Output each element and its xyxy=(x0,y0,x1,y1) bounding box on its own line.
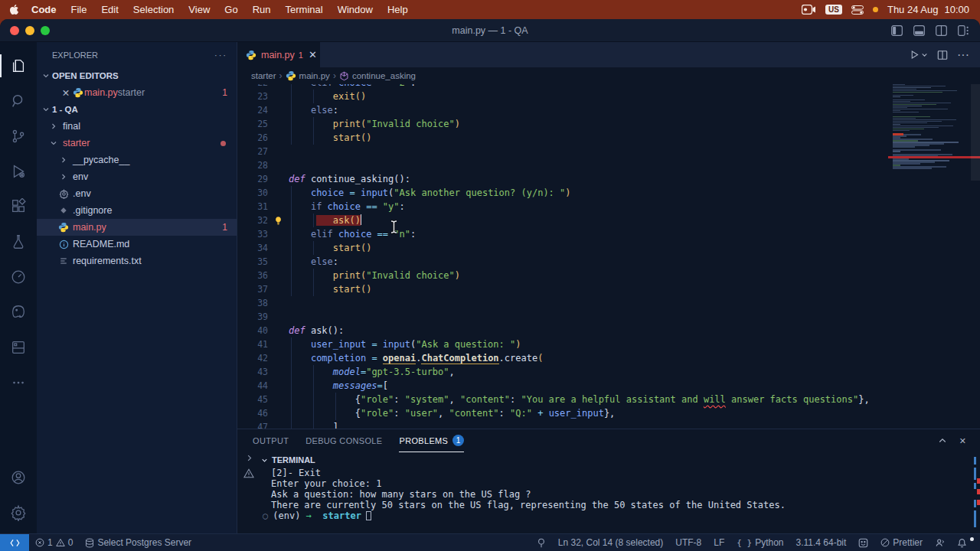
code-line-34[interactable]: 34 start() xyxy=(237,241,980,255)
quick-fix-lightbulb-icon[interactable] xyxy=(268,216,289,226)
tree-item--env[interactable]: .env xyxy=(37,185,237,202)
code-line-46[interactable]: 46 {"role": "user", "content": "Q:" + us… xyxy=(237,406,980,420)
menu-item-help[interactable]: Help xyxy=(387,4,408,15)
workspace-header[interactable]: 1 - QA xyxy=(37,101,237,118)
toggle-panel-icon[interactable] xyxy=(913,25,925,36)
window-title-bar[interactable]: main.py — 1 - QA xyxy=(0,19,980,42)
terminal-section-header[interactable]: TERMINAL xyxy=(260,452,980,468)
explorer-actions-icon[interactable]: ··· xyxy=(214,51,227,60)
panel-tab-output[interactable]: OUTPUT xyxy=(253,429,289,452)
breadcrumb-item-continue-asking[interactable]: continue_asking xyxy=(339,71,416,81)
more-views-icon[interactable] xyxy=(0,365,37,400)
resource-monitor-icon[interactable] xyxy=(0,259,37,295)
accounts-status-icon[interactable] xyxy=(929,538,950,548)
code-line-22[interactable]: 22 elif choice == "2": xyxy=(237,84,980,90)
language-mode-status[interactable]: { }Python xyxy=(731,537,789,548)
terminal-output[interactable]: [2]- ExitEnter your choice: 1Ask a quest… xyxy=(260,468,980,521)
code-line-41[interactable]: 41 user_input = input("Ask a question: "… xyxy=(237,337,980,351)
control-center-icon[interactable] xyxy=(851,5,864,15)
remote-explorer-icon[interactable] xyxy=(0,330,37,365)
menu-item-window[interactable]: Window xyxy=(338,4,373,15)
menu-item-edit[interactable]: Edit xyxy=(101,4,118,15)
breadcrumb[interactable]: starter›main.py›continue_asking xyxy=(237,67,980,84)
tree-item--pycache-[interactable]: __pycache__ xyxy=(37,152,237,168)
open-editors-header[interactable]: OPEN EDITORS xyxy=(37,67,237,84)
panel-tab-debug-console[interactable]: DEBUG CONSOLE xyxy=(305,429,382,452)
code-line-36[interactable]: 36 print("Invalid choice") xyxy=(237,269,980,282)
tree-item-main-py[interactable]: main.py1 xyxy=(37,219,237,236)
code-line-38[interactable]: 38 xyxy=(237,296,980,310)
prettier-status[interactable]: Prettier xyxy=(875,537,928,548)
menu-item-code[interactable]: Code xyxy=(31,4,57,15)
close-editor-icon[interactable]: ✕ xyxy=(60,86,72,99)
tree-item-final[interactable]: final xyxy=(37,118,237,135)
open-editor-item-mainpy[interactable]: ✕ main.py starter 1 xyxy=(37,84,237,101)
more-actions-icon[interactable]: ··· xyxy=(957,48,969,62)
account-icon[interactable] xyxy=(0,460,37,495)
problems-status[interactable]: 1 0 xyxy=(29,534,79,551)
panel-tab-problems[interactable]: PROBLEMS1 xyxy=(399,429,464,452)
breadcrumb-item-main-py[interactable]: main.py xyxy=(286,70,330,81)
apple-menu-icon[interactable] xyxy=(9,4,19,15)
tree-item-starter[interactable]: starter xyxy=(37,135,237,152)
split-editor-icon[interactable] xyxy=(937,50,948,60)
tree-item-requirements-txt[interactable]: requirements.txt xyxy=(37,253,237,269)
encoding-status[interactable]: UTF-8 xyxy=(670,537,707,548)
code-line-42[interactable]: 42 completion = openai.ChatCompletion.cr… xyxy=(237,351,980,365)
code-line-23[interactable]: 23 exit() xyxy=(237,90,980,103)
code-line-39[interactable]: 39 xyxy=(237,310,980,324)
python-interpreter-status[interactable]: 3.11.4 64-bit xyxy=(790,537,851,548)
code-line-32[interactable]: 32 ask() xyxy=(237,214,980,227)
settings-gear-icon[interactable] xyxy=(0,495,37,530)
extensions-icon[interactable] xyxy=(0,189,37,224)
code-line-45[interactable]: 45 {"role": "system", "content": "You ar… xyxy=(237,393,980,406)
code-line-37[interactable]: 37 start() xyxy=(237,282,980,296)
menu-item-file[interactable]: File xyxy=(71,4,87,15)
source-control-icon[interactable] xyxy=(0,119,37,154)
code-line-33[interactable]: 33 elif choice == "n": xyxy=(237,227,980,241)
postgres-server-status[interactable]: Select Postgres Server xyxy=(79,534,198,551)
menu-item-run[interactable]: Run xyxy=(253,4,271,15)
menu-item-selection[interactable]: Selection xyxy=(133,4,174,15)
minimap[interactable] xyxy=(888,84,971,429)
breadcrumb-item-starter[interactable]: starter xyxy=(251,71,276,80)
code-editor[interactable]: 22 elif choice == "2":23 exit()24 else:2… xyxy=(237,84,980,429)
maximize-panel-icon[interactable] xyxy=(938,436,947,446)
toggle-sidebar-icon[interactable] xyxy=(891,25,903,36)
code-line-24[interactable]: 24 else: xyxy=(237,103,980,117)
code-line-28[interactable]: 28 xyxy=(237,158,980,172)
code-line-47[interactable]: 47 ] xyxy=(237,420,980,429)
ports-icon[interactable] xyxy=(531,538,551,548)
code-line-26[interactable]: 26 start() xyxy=(237,131,980,145)
testing-icon[interactable] xyxy=(0,224,37,259)
split-editor-layout-icon[interactable] xyxy=(936,25,947,36)
code-line-29[interactable]: 29def continue_asking(): xyxy=(237,172,980,186)
remote-indicator[interactable] xyxy=(0,534,29,551)
code-line-25[interactable]: 25 print("Invalid choice") xyxy=(237,117,980,131)
code-line-30[interactable]: 30 choice = input("Ask another question?… xyxy=(237,186,980,200)
close-panel-icon[interactable]: ✕ xyxy=(959,436,966,446)
code-line-43[interactable]: 43 model="gpt-3.5-turbo", xyxy=(237,365,980,379)
postgres-icon[interactable] xyxy=(0,295,37,330)
code-line-44[interactable]: 44 messages=[ xyxy=(237,379,980,393)
notifications-bell-icon[interactable] xyxy=(952,538,972,548)
run-python-file-button[interactable] xyxy=(910,50,928,60)
screen-recording-icon[interactable] xyxy=(802,5,816,15)
tree-item-env[interactable]: env xyxy=(37,168,237,185)
tab-close-icon[interactable]: ✕ xyxy=(309,49,317,60)
input-source-badge[interactable]: US xyxy=(825,5,842,15)
panel-chevron-icon[interactable] xyxy=(245,454,253,462)
tree-item--gitignore[interactable]: .gitignore xyxy=(37,202,237,219)
tree-item-readme-md[interactable]: README.md xyxy=(37,236,237,253)
code-line-31[interactable]: 31 if choice == "y": xyxy=(237,200,980,214)
code-line-27[interactable]: 27 xyxy=(237,145,980,158)
explorer-icon[interactable] xyxy=(0,48,37,83)
code-line-35[interactable]: 35 else: xyxy=(237,255,980,269)
cursor-position-status[interactable]: Ln 32, Col 14 (8 selected) xyxy=(553,537,668,548)
menu-item-go[interactable]: Go xyxy=(224,4,237,15)
terminal-prompt[interactable]: ○(env) → starter xyxy=(271,510,980,521)
customize-layout-icon[interactable] xyxy=(958,25,969,36)
run-debug-icon[interactable] xyxy=(0,154,37,189)
feedback-smiley-icon[interactable] xyxy=(853,538,874,548)
menu-item-view[interactable]: View xyxy=(188,4,210,15)
